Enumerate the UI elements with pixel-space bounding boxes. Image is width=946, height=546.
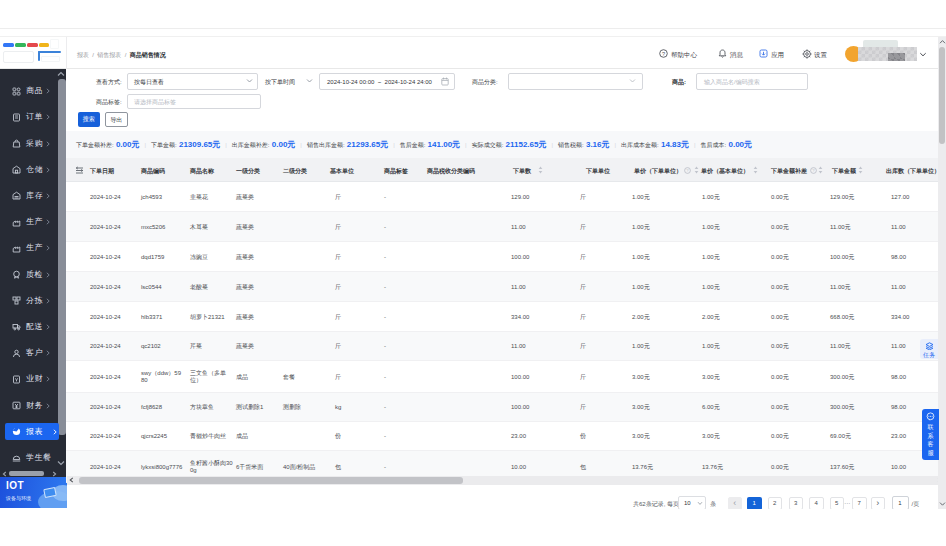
svg-text:?: ? xyxy=(812,168,815,173)
svg-text:?: ? xyxy=(662,51,665,57)
svg-text:?: ? xyxy=(686,168,689,173)
